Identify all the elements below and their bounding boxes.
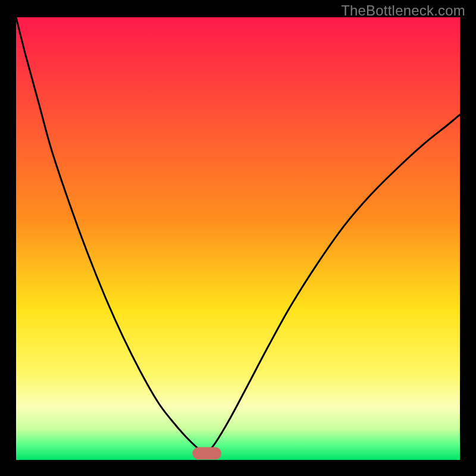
chart-canvas: TheBottleneck.com: [0, 0, 476, 476]
chart-svg: [0, 0, 476, 476]
watermark-text: TheBottleneck.com: [341, 2, 465, 19]
optimum-marker: [193, 447, 221, 459]
